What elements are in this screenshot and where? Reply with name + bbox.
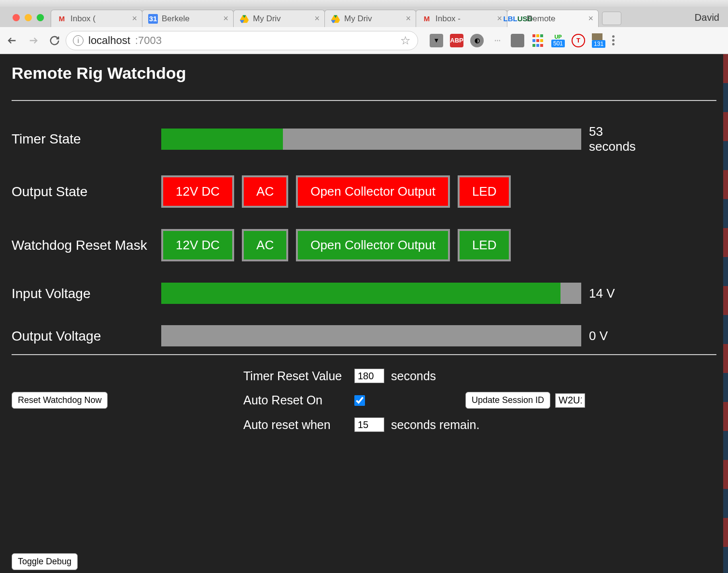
tab-inbox-1[interactable]: M Inbox ( × — [51, 10, 142, 27]
close-tab-icon[interactable]: × — [497, 14, 502, 24]
auto-reset-when-label: Auto reset when — [243, 418, 354, 432]
gmail-icon: M — [422, 14, 432, 24]
tab-label: Berkele — [162, 14, 219, 24]
close-tab-icon[interactable]: × — [314, 14, 320, 24]
input-voltage-value: 14 V — [589, 286, 615, 301]
reload-button[interactable] — [48, 34, 61, 47]
ext-icon[interactable]: ◐ — [470, 34, 484, 47]
auto-reset-when-unit: seconds remain. — [391, 418, 479, 432]
timer-reset-unit: seconds — [391, 369, 436, 383]
tab-label: Remote — [527, 14, 584, 24]
tab-label: My Driv — [253, 14, 310, 24]
ext-icon[interactable]: ⋯ — [490, 34, 504, 47]
tab-calendar[interactable]: 31 Berkele × — [142, 10, 234, 27]
tab-label: Inbox ( — [70, 14, 128, 24]
reset-mask-chips: 12V DC AC Open Collector Output LED — [161, 229, 511, 261]
tab-inbox-2[interactable]: M Inbox - × — [416, 10, 507, 27]
output-chip-open-collector[interactable]: Open Collector Output — [296, 175, 450, 208]
output-chip-led[interactable]: LED — [458, 175, 511, 208]
divider — [12, 354, 716, 355]
bookmark-star-icon[interactable]: ☆ — [400, 34, 411, 47]
close-window-icon[interactable] — [13, 14, 20, 21]
output-state-label: Output State — [12, 184, 161, 200]
tab-label: My Driv — [344, 14, 402, 24]
calendar-icon: 31 — [148, 14, 158, 24]
url-port: :7003 — [135, 34, 162, 47]
output-state-chips: 12V DC AC Open Collector Output LED — [161, 175, 511, 208]
tab-drive-1[interactable]: My Driv × — [233, 10, 325, 27]
auto-reset-checkbox[interactable] — [354, 395, 365, 406]
close-tab-icon[interactable]: × — [406, 14, 411, 24]
auto-reset-label: Auto Reset On — [243, 393, 354, 407]
extension-icons: ▼ ABP ◐ ⋯ UP 501 T 131 — [430, 33, 615, 48]
mask-chip-open-collector[interactable]: Open Collector Output — [296, 229, 450, 261]
tab-drive-2[interactable]: My Driv × — [324, 10, 416, 27]
output-state-row: Output State 12V DC AC Open Collector Ou… — [12, 175, 716, 208]
maximize-window-icon[interactable] — [37, 14, 44, 21]
auto-reset-when-input[interactable] — [354, 417, 384, 432]
timer-reset-input[interactable] — [354, 369, 384, 383]
output-voltage-row: Output Voltage 0 V — [12, 325, 716, 346]
timer-progress-track — [161, 129, 581, 150]
toggle-debug-button[interactable]: Toggle Debug — [12, 553, 78, 570]
input-voltage-track — [161, 283, 581, 304]
ext-icon[interactable] — [511, 34, 524, 47]
reset-mask-row: Watchdog Reset Mask 12V DC AC Open Colle… — [12, 229, 716, 261]
url-host: localhost — [88, 34, 130, 47]
mask-chip-led[interactable]: LED — [458, 229, 511, 261]
page-content: Remote Rig Watchdog Timer State 53second… — [0, 54, 728, 573]
reset-mask-label: Watchdog Reset Mask — [12, 237, 161, 254]
mask-chip-12vdc[interactable]: 12V DC — [161, 229, 234, 261]
drive-icon — [239, 14, 249, 24]
output-voltage-value: 0 V — [589, 329, 608, 344]
session-id-input[interactable] — [555, 393, 585, 408]
timer-reset-label: Timer Reset Value — [243, 369, 354, 383]
adblock-icon[interactable]: ABP — [450, 34, 463, 47]
divider — [12, 100, 716, 101]
timer-value: 53seconds — [589, 124, 636, 154]
close-tab-icon[interactable]: × — [132, 14, 137, 24]
reset-watchdog-button[interactable]: Reset Watchdog Now — [12, 392, 108, 409]
chrome-tab-strip: M Inbox ( × 31 Berkele × My Driv × My Dr… — [0, 7, 728, 27]
output-chip-12vdc[interactable]: 12V DC — [161, 175, 234, 208]
output-voltage-label: Output Voltage — [12, 328, 161, 344]
timer-progress-fill — [161, 129, 283, 150]
input-voltage-fill — [161, 283, 560, 304]
update-session-button[interactable]: Update Session ID — [465, 392, 550, 409]
page-title: Remote Rig Watchdog — [12, 64, 716, 83]
apps-grid-icon[interactable] — [531, 34, 545, 47]
site-info-icon[interactable]: i — [73, 35, 84, 46]
minimize-window-icon[interactable] — [25, 14, 32, 21]
ext-badge-dn[interactable]: 131 — [592, 33, 605, 48]
input-voltage-row: Input Voltage 14 V — [12, 283, 716, 304]
close-tab-icon[interactable]: × — [223, 14, 228, 24]
ext-icon[interactable]: T — [572, 34, 585, 47]
input-voltage-label: Input Voltage — [12, 286, 161, 302]
forward-button[interactable] — [27, 34, 40, 47]
new-tab-button[interactable] — [602, 12, 621, 25]
lbl-icon: LBLUSD — [513, 14, 523, 24]
controls-grid: Timer Reset Value seconds Reset Watchdog… — [12, 369, 716, 432]
ext-icon[interactable]: ▼ — [430, 34, 443, 47]
mac-titlebar — [0, 0, 728, 7]
profile-name[interactable]: David — [695, 12, 719, 27]
gmail-icon: M — [57, 14, 67, 24]
drive-icon — [331, 14, 340, 24]
window-controls — [13, 14, 44, 21]
tab-label: Inbox - — [435, 14, 493, 24]
timer-state-row: Timer State 53seconds — [12, 124, 716, 154]
timer-state-label: Timer State — [12, 131, 161, 147]
ext-badge-up[interactable]: UP 501 — [551, 34, 565, 47]
back-button[interactable] — [6, 34, 18, 47]
close-tab-icon[interactable]: × — [588, 14, 593, 24]
address-bar[interactable]: i localhost:7003 ☆ — [66, 31, 418, 50]
output-chip-ac[interactable]: AC — [242, 175, 288, 208]
mask-chip-ac[interactable]: AC — [242, 229, 288, 261]
output-voltage-track — [161, 325, 581, 346]
chrome-toolbar: i localhost:7003 ☆ ▼ ABP ◐ ⋯ UP 501 T 13… — [0, 27, 728, 54]
background-edge — [723, 54, 728, 573]
tab-remote-rig[interactable]: LBLUSD Remote × — [507, 10, 599, 27]
chrome-menu-icon[interactable] — [612, 35, 615, 45]
